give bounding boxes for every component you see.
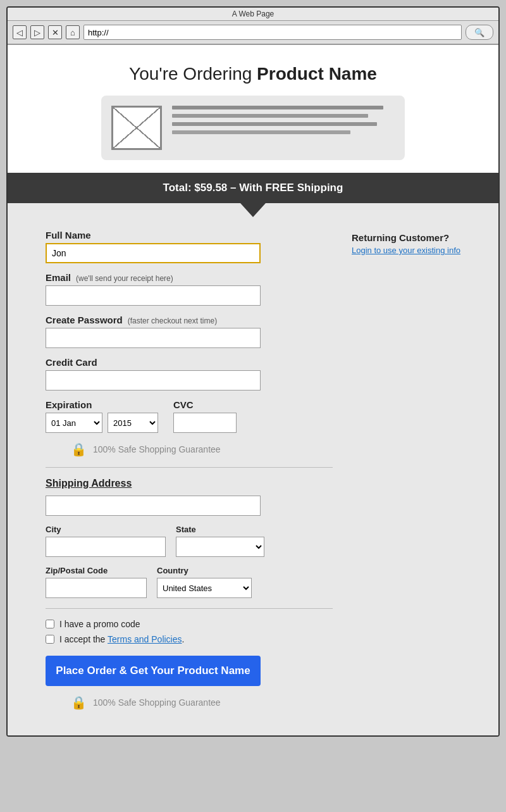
form-left: Full Name Email (we'll send your receipt… [46, 230, 333, 716]
product-image [111, 106, 162, 150]
address-bar[interactable] [83, 25, 462, 40]
total-text: Total: $59.58 – With FREE Shipping [163, 182, 343, 194]
promo-code-checkbox[interactable] [46, 620, 54, 628]
browser-titlebar: A Web Page [8, 8, 498, 21]
expiration-year-select[interactable]: 2015 2016 2017 2018 2019 2020 [108, 413, 158, 433]
back-icon: ◁ [16, 28, 23, 37]
browser-toolbar: ◁ ▷ ✕ ⌂ 🔍 [8, 21, 498, 45]
desc-line-2 [172, 114, 368, 118]
credit-card-label: Credit Card [46, 357, 333, 368]
desc-line-1 [172, 106, 383, 109]
cvc-group: CVC [173, 399, 237, 433]
expiration-selects: 01 Jan 02 Feb 03 Mar 04 Apr 05 May 06 Ju… [46, 413, 158, 433]
city-state-row: City State ALAKAZCA COFLGANY TX [46, 525, 333, 557]
expiration-month-select[interactable]: 01 Jan 02 Feb 03 Mar 04 Apr 05 May 06 Ju… [46, 413, 102, 433]
safe-shopping-1: 🔒 100% Safe Shopping Guarantee [71, 442, 333, 457]
full-name-row: Full Name [46, 230, 333, 263]
search-icon: 🔍 [474, 28, 484, 37]
email-row: Email (we'll send your receipt here) [46, 272, 333, 306]
product-preview [101, 96, 405, 160]
form-section: Full Name Email (we'll send your receipt… [8, 217, 498, 735]
forward-button[interactable]: ▷ [30, 25, 44, 39]
back-button[interactable]: ◁ [13, 25, 27, 39]
place-order-button[interactable]: Place Order & Get Your Product Name [46, 656, 261, 686]
exp-cvc-form-row: Expiration 01 Jan 02 Feb 03 Mar 04 Apr 0… [46, 399, 333, 433]
city-state-form-row: City State ALAKAZCA COFLGANY TX [46, 525, 333, 557]
returning-customer-title: Returning Customer? [352, 232, 460, 243]
expiration-label: Expiration [46, 399, 158, 410]
home-icon: ⌂ [70, 28, 75, 37]
terms-checkbox[interactable] [46, 635, 54, 644]
page-heading: You're Ordering Product Name [46, 64, 460, 84]
promo-code-label: I have a promo code [59, 619, 140, 629]
terms-label: I accept the Terms and Policies. [59, 634, 184, 644]
shipping-address-row: Shipping Address [46, 478, 333, 516]
returning-customer-panel: Returning Customer? Login to use your ex… [352, 230, 460, 255]
zip-label: Zip/Postal Code [46, 566, 147, 575]
browser-window: A Web Page ◁ ▷ ✕ ⌂ 🔍 You're Ordering Pro… [6, 6, 500, 737]
shipping-address-input[interactable] [46, 496, 261, 516]
password-input[interactable] [46, 328, 261, 348]
page-title: A Web Page [232, 9, 275, 18]
forward-icon: ▷ [34, 28, 40, 37]
terms-link[interactable]: Terms and Policies [108, 634, 182, 644]
state-select[interactable]: ALAKAZCA COFLGANY TX [176, 537, 264, 557]
city-group: City [46, 525, 166, 557]
product-description [172, 106, 395, 139]
password-row: Create Password (faster checkout next ti… [46, 315, 333, 348]
heading-bold: Product Name [257, 64, 377, 84]
email-label: Email (we'll send your receipt here) [46, 272, 333, 283]
zip-group: Zip/Postal Code [46, 566, 147, 598]
returning-customer-link[interactable]: Login to use your existing info [352, 246, 460, 255]
email-hint: (we'll send your receipt here) [76, 274, 173, 283]
city-input[interactable] [46, 537, 166, 557]
page-content: You're Ordering Product Name Total: $59.… [8, 45, 498, 735]
state-label: State [176, 525, 264, 534]
email-input[interactable] [46, 285, 261, 306]
lock-icon-2: 🔒 [71, 695, 87, 710]
safe-shopping-text-1: 100% Safe Shopping Guarantee [93, 444, 221, 454]
cvc-input[interactable] [173, 413, 237, 433]
full-name-label: Full Name [46, 230, 333, 240]
password-label: Create Password (faster checkout next ti… [46, 315, 333, 325]
heading-normal: You're Ordering [129, 64, 257, 84]
shipping-label: Shipping Address [46, 478, 333, 489]
divider-1 [46, 467, 333, 468]
full-name-input[interactable] [46, 243, 261, 263]
cvc-label: CVC [173, 399, 237, 410]
city-label: City [46, 525, 166, 534]
lock-icon-1: 🔒 [71, 442, 87, 457]
header-section: You're Ordering Product Name [8, 45, 498, 173]
arrow-container [8, 203, 498, 217]
country-group: Country United States Canada United King… [157, 566, 252, 598]
down-arrow-icon [240, 203, 266, 217]
credit-card-row: Credit Card [46, 357, 333, 390]
expiration-group: Expiration 01 Jan 02 Feb 03 Mar 04 Apr 0… [46, 399, 158, 433]
zip-country-row: Zip/Postal Code Country United States Ca… [46, 566, 333, 598]
credit-card-input[interactable] [46, 370, 261, 390]
exp-cvc-row: Expiration 01 Jan 02 Feb 03 Mar 04 Apr 0… [46, 399, 333, 433]
promo-code-row: I have a promo code [46, 619, 333, 629]
divider-2 [46, 608, 333, 609]
home-button[interactable]: ⌂ [66, 25, 80, 39]
terms-row: I accept the Terms and Policies. [46, 634, 333, 644]
search-button[interactable]: 🔍 [466, 25, 493, 40]
state-group: State ALAKAZCA COFLGANY TX [176, 525, 264, 557]
form-main-area: Full Name Email (we'll send your receipt… [46, 230, 460, 716]
safe-shopping-2: 🔒 100% Safe Shopping Guarantee [71, 695, 333, 710]
zip-country-form-row: Zip/Postal Code Country United States Ca… [46, 566, 333, 598]
desc-line-4 [172, 130, 350, 134]
password-hint: (faster checkout next time) [128, 316, 217, 325]
country-select[interactable]: United States Canada United Kingdom Aust… [157, 578, 252, 598]
desc-line-3 [172, 122, 377, 126]
stop-button[interactable]: ✕ [48, 25, 62, 39]
country-label: Country [157, 566, 252, 575]
stop-icon: ✕ [52, 28, 59, 37]
total-bar: Total: $59.58 – With FREE Shipping [8, 173, 498, 203]
zip-input[interactable] [46, 578, 147, 598]
safe-shopping-text-2: 100% Safe Shopping Guarantee [93, 697, 221, 708]
